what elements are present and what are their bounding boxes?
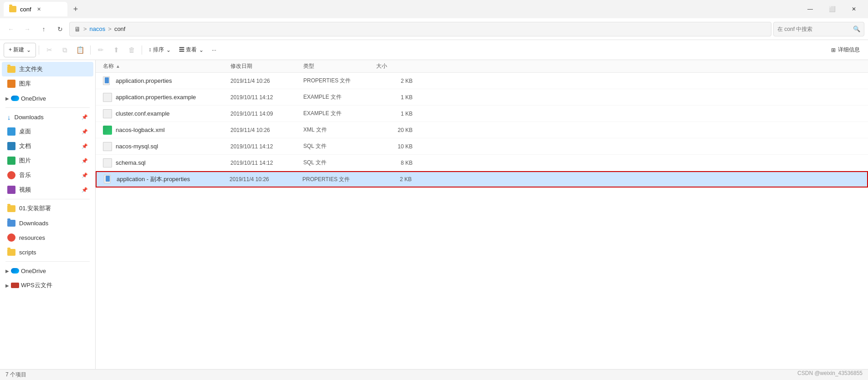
download-icon: ↓ [7,113,11,121]
file-area: 名称 ▲ 修改日期 类型 大小 application.properties [96,60,868,369]
close-button[interactable]: ✕ [843,2,864,16]
pin-icon: 📌 [82,172,88,178]
cut-button[interactable]: ✂ [42,43,56,57]
video-icon [7,186,15,194]
sidebar-group-wps[interactable]: ▶ WPS云文件 [2,278,93,293]
active-tab[interactable]: conf ✕ [4,2,67,16]
file-icon-generic-1 [103,93,112,102]
wps-icon [11,283,19,288]
minimize-button[interactable]: — [800,2,821,16]
file-row-5[interactable]: schema.sql 2019/10/11 14:12 SQL 文件 8 KB [96,155,868,171]
up-button[interactable]: ↑ [36,22,51,36]
sidebar-item-downloads1[interactable]: ↓ Downloads 📌 [2,110,93,124]
sort-chevron: ⌄ [166,47,171,53]
file-row-1[interactable]: application.properties.example 2019/10/1… [96,89,868,106]
search-input[interactable] [777,26,850,32]
file-list-header: 名称 ▲ 修改日期 类型 大小 [96,60,868,73]
sidebar-group-onedrive2[interactable]: ▶ OneDrive [2,263,93,278]
sidebar-item-gallery[interactable]: 图库 [2,76,93,91]
sidebar-item-documents[interactable]: 文档 📌 [2,139,93,153]
refresh-button[interactable]: ↻ [53,22,67,36]
file-row-6[interactable]: application - 副本.properties 2019/11/4 10… [96,171,868,187]
sidebar-item-label: 01.安装部署 [19,204,51,213]
file-type: EXAMPLE 文件 [303,110,376,117]
sidebar-item-label: 音乐 [19,171,31,179]
file-type: PROPERTIES 文件 [302,176,375,183]
sidebar-item-main-folder[interactable]: 主文件夹 [2,62,93,76]
sidebar-item-label: 视频 [19,186,31,194]
file-row-3[interactable]: nacos-logback.xml 2019/11/4 10:26 XML 文件… [96,122,868,138]
add-tab-button[interactable]: + [69,3,82,15]
path-nacos[interactable]: nacos [90,25,106,32]
sidebar-item-label: 桌面 [19,127,31,136]
col-name-label: 名称 [103,62,114,70]
col-header-size[interactable]: 大小 [376,62,413,70]
sidebar-item-scripts[interactable]: scripts [2,245,93,259]
status-item-count: 7 个项目 [5,371,26,379]
sidebar-item-label: resources [19,234,45,241]
file-icon-generic-2 [103,109,112,118]
sidebar-group-label: WPS云文件 [21,281,52,289]
search-box[interactable]: 🔍 [773,22,864,36]
forward-button[interactable]: → [20,22,35,36]
tab-close-button[interactable]: ✕ [35,5,43,13]
delete-button[interactable]: 🗑 [124,43,139,57]
sidebar-group-onedrive[interactable]: ▶ OneDrive [2,91,93,106]
copy-button[interactable]: ⧉ [57,43,72,57]
maximize-button[interactable]: ⬜ [822,2,842,16]
file-type: PROPERTIES 文件 [303,77,376,85]
new-label: + 新建 [9,46,24,54]
col-header-date[interactable]: 修改日期 [230,62,303,70]
col-size-label: 大小 [376,63,387,69]
window-controls: — ⬜ ✕ [800,2,864,16]
file-date: 2019/10/11 14:09 [230,111,303,117]
new-button[interactable]: + 新建 ⌄ [4,43,36,57]
file-date: 2019/11/4 10:26 [230,176,302,182]
sort-button[interactable]: ↕ 排序 ⌄ [145,43,174,57]
file-date: 2019/11/4 10:26 [230,78,303,84]
col-header-name[interactable]: 名称 ▲ [103,62,230,70]
sidebar-group-label: OneDrive [21,95,46,102]
sidebar-item-install[interactable]: 01.安装部署 [2,201,93,216]
tab-title: conf [20,6,31,13]
search-icon: 🔍 [853,25,860,32]
onedrive-icon [11,96,19,101]
xml-icon [103,126,112,135]
col-header-type[interactable]: 类型 [303,62,376,70]
folder-icon-install [7,205,15,212]
paste-button[interactable]: 📋 [73,43,87,57]
sidebar-item-videos[interactable]: 视频 📌 [2,182,93,197]
sidebar-item-pictures[interactable]: 图片 📌 [2,153,93,168]
details-icon: ⊞ [831,47,836,53]
pictures-icon [7,157,15,165]
main-folder-icon [7,66,15,73]
new-chevron: ⌄ [26,47,31,53]
address-path[interactable]: 🖥 > nacos > conf [69,22,771,36]
sidebar-item-downloads2[interactable]: Downloads [2,216,93,230]
file-date: 2019/10/11 14:12 [230,143,303,150]
file-row-2[interactable]: cluster.conf.example 2019/10/11 14:09 EX… [96,106,868,122]
view-button[interactable]: ☰ 查看 ⌄ [175,43,207,57]
file-name: nacos-logback.xml [116,127,165,133]
share-button[interactable]: ⬆ [109,43,123,57]
watermark: CSDN @weixin_43536855 [797,370,863,376]
pin-icon: 📌 [82,143,88,149]
sort-label: ↕ 排序 [148,46,163,54]
path-separator-1: > [83,25,87,32]
sidebar-item-music[interactable]: 音乐 📌 [2,168,93,182]
details-button[interactable]: ⊞ 详细信息 [827,43,864,57]
rename-button[interactable]: ✏ [93,43,108,57]
more-button[interactable]: ··· [208,43,220,57]
path-conf: conf [114,25,126,32]
sidebar-item-resources[interactable]: resources [2,230,93,245]
resources-icon [7,233,15,242]
file-row-0[interactable]: application.properties 2019/11/4 10:26 P… [96,73,868,89]
toolbar-separator-1 [39,46,39,55]
sidebar-divider-2 [5,199,90,199]
sidebar-item-label: 文档 [19,142,31,150]
monitor-icon: 🖥 [74,25,81,33]
back-button[interactable]: ← [4,22,18,36]
sidebar-item-desktop[interactable]: 桌面 📌 [2,124,93,139]
file-row-4[interactable]: nacos-mysql.sql 2019/10/11 14:12 SQL 文件 … [96,138,868,155]
details-label: 详细信息 [838,46,860,54]
